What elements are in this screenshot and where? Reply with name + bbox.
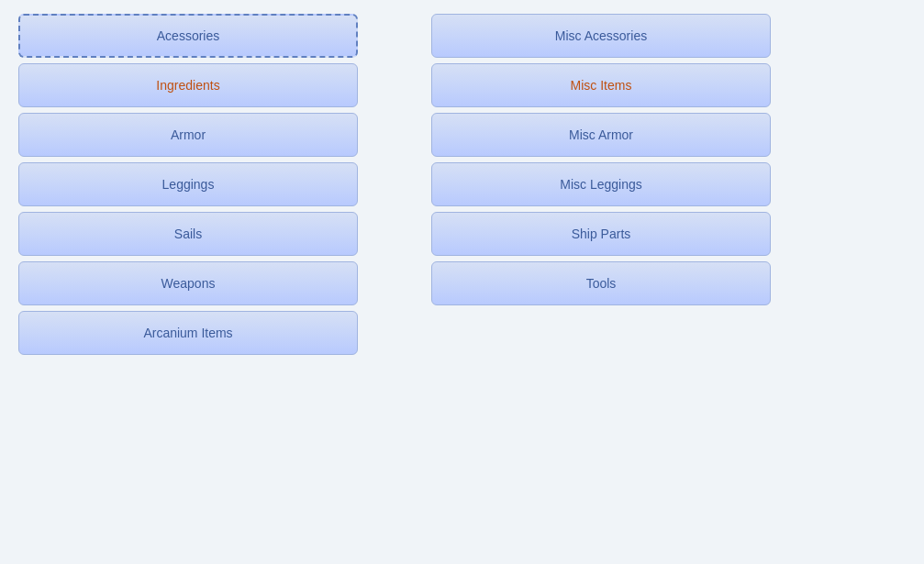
category-button-armor[interactable]: Armor <box>18 113 358 157</box>
category-button-sails[interactable]: Sails <box>18 212 358 256</box>
category-button-misc-armor[interactable]: Misc Armor <box>431 113 771 157</box>
category-button-weapons[interactable]: Weapons <box>18 261 358 305</box>
left-column: AcessoriesIngredientsArmorLeggingsSailsW… <box>18 14 358 355</box>
category-button-ship-parts[interactable]: Ship Parts <box>431 212 771 256</box>
main-container: AcessoriesIngredientsArmorLeggingsSailsW… <box>0 0 924 369</box>
category-button-acessories[interactable]: Acessories <box>18 14 358 58</box>
category-button-ingredients[interactable]: Ingredients <box>18 63 358 107</box>
category-button-misc-acessories[interactable]: Misc Acessories <box>431 14 771 58</box>
category-button-misc-items[interactable]: Misc Items <box>431 63 771 107</box>
category-button-leggings[interactable]: Leggings <box>18 162 358 206</box>
category-button-arcanium-items[interactable]: Arcanium Items <box>18 311 358 355</box>
right-column: Misc AcessoriesMisc ItemsMisc ArmorMisc … <box>431 14 771 355</box>
category-button-misc-leggings[interactable]: Misc Leggings <box>431 162 771 206</box>
category-button-tools[interactable]: Tools <box>431 261 771 305</box>
